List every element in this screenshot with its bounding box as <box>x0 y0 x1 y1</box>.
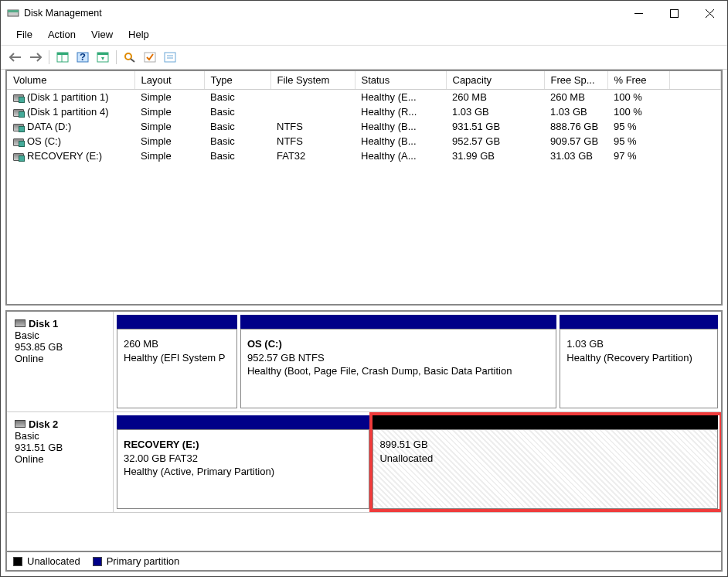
partition[interactable]: RECOVERY (E:)32.00 GB FAT32Healthy (Acti… <box>117 415 369 509</box>
partition-body: OS (C:)952.57 GB NTFSHealthy (Boot, Page… <box>240 329 556 408</box>
menu-action[interactable]: Action <box>42 27 82 42</box>
partition-title: RECOVERY (E:) <box>124 438 362 452</box>
legend-swatch-unallocated <box>13 557 22 566</box>
svg-rect-3 <box>670 9 678 17</box>
menubar: File Action View Help <box>1 26 727 45</box>
partition-line2: Unallocated <box>379 452 711 466</box>
column-header[interactable]: % Free <box>607 71 669 90</box>
disk-row: Disk 2Basic931.51 GBOnlineRECOVERY (E:)3… <box>7 412 721 513</box>
disk-info[interactable]: Disk 1Basic953.85 GBOnline <box>7 312 114 411</box>
legend-label-primary: Primary partition <box>107 555 180 567</box>
action-list-button[interactable] <box>141 49 158 66</box>
column-header[interactable]: Capacity <box>446 71 544 90</box>
partition-line1: 952.57 GB NTFS <box>247 351 549 365</box>
partition-title: OS (C:) <box>247 337 549 351</box>
disk-label: Disk 2 <box>29 418 58 430</box>
column-header[interactable]: Status <box>355 71 446 90</box>
partition-body: 1.03 GBHealthy (Recovery Partition) <box>560 329 718 408</box>
partition-line2: Healthy (Active, Primary Partition) <box>124 465 362 479</box>
titlebar[interactable]: Disk Management <box>1 1 727 26</box>
disk-state: Online <box>15 453 105 465</box>
volume-icon <box>13 138 24 146</box>
menu-file[interactable]: File <box>10 27 39 42</box>
maximize-button[interactable] <box>656 1 692 26</box>
volume-row[interactable]: (Disk 1 partition 1)SimpleBasicHealthy (… <box>7 90 721 105</box>
disk-label: Disk 1 <box>29 318 58 329</box>
volume-icon <box>13 153 24 161</box>
partition-header <box>117 415 369 429</box>
legend: Unallocated Primary partition <box>5 552 723 572</box>
volume-row[interactable]: (Disk 1 partition 4)SimpleBasicHealthy (… <box>7 104 721 119</box>
svg-text:?: ? <box>80 52 86 63</box>
show-hide-button[interactable] <box>54 49 71 66</box>
volume-icon <box>13 94 24 102</box>
forward-button[interactable] <box>27 49 44 66</box>
partition[interactable]: 260 MBHealthy (EFI System P <box>117 315 237 408</box>
partition[interactable]: 1.03 GBHealthy (Recovery Partition) <box>560 315 718 408</box>
disk-state: Online <box>15 353 105 364</box>
svg-line-15 <box>131 59 134 62</box>
disk-icon <box>15 420 26 428</box>
disk-type: Basic <box>15 329 105 341</box>
close-button[interactable] <box>692 1 727 26</box>
toolbar: ? <box>1 45 727 70</box>
partition-line1: 899.51 GB <box>379 438 711 452</box>
refresh-button[interactable] <box>121 49 138 66</box>
svg-point-14 <box>125 53 131 60</box>
disk-size: 953.85 GB <box>15 341 105 353</box>
column-header[interactable]: Layout <box>134 71 204 90</box>
column-header[interactable]: Type <box>204 71 270 90</box>
volume-row[interactable]: RECOVERY (E:)SimpleBasicFAT32Healthy (A.… <box>7 149 721 163</box>
legend-label-unallocated: Unallocated <box>27 555 80 567</box>
partition-line2: Healthy (EFI System P <box>124 351 230 365</box>
volume-icon <box>13 124 24 131</box>
disk-graph: Disk 1Basic953.85 GBOnline260 MBHealthy … <box>5 310 723 552</box>
partition-header <box>240 315 556 329</box>
svg-marker-13 <box>101 57 104 60</box>
settings-button[interactable] <box>94 49 111 66</box>
menu-view[interactable]: View <box>85 27 119 42</box>
svg-rect-12 <box>97 53 108 55</box>
app-icon <box>7 7 19 19</box>
menu-help[interactable]: Help <box>122 27 155 42</box>
volume-table[interactable]: VolumeLayoutTypeFile SystemStatusCapacit… <box>5 70 723 306</box>
partition-line2: Healthy (Recovery Partition) <box>566 351 711 365</box>
help-button[interactable]: ? <box>74 49 91 66</box>
legend-swatch-primary <box>93 557 102 566</box>
partition-body: RECOVERY (E:)32.00 GB FAT32Healthy (Acti… <box>117 429 369 509</box>
disk-row: Disk 1Basic953.85 GBOnline260 MBHealthy … <box>7 312 721 412</box>
minimize-button[interactable] <box>621 1 656 26</box>
properties-button[interactable] <box>162 49 179 66</box>
volume-row[interactable]: OS (C:)SimpleBasicNTFSHealthy (B...952.5… <box>7 134 721 149</box>
back-button[interactable] <box>7 49 24 66</box>
volume-row[interactable]: DATA (D:)SimpleBasicNTFSHealthy (B...931… <box>7 119 721 134</box>
partition-header <box>560 315 718 329</box>
svg-rect-1 <box>8 10 19 12</box>
partition-line1: 260 MB <box>124 337 230 351</box>
partition[interactable]: OS (C:)952.57 GB NTFSHealthy (Boot, Page… <box>240 315 556 408</box>
partition[interactable]: 899.51 GBUnallocated <box>373 415 718 509</box>
partition-header <box>373 415 718 429</box>
volume-icon <box>13 109 24 117</box>
partition-line1: 1.03 GB <box>566 337 711 351</box>
disk-type: Basic <box>15 430 105 442</box>
svg-rect-7 <box>57 53 68 55</box>
partition-line1: 32.00 GB FAT32 <box>124 452 362 466</box>
partition-body: 260 MBHealthy (EFI System P <box>117 329 237 408</box>
partition-body: 899.51 GBUnallocated <box>373 429 718 509</box>
column-header[interactable]: Free Sp... <box>544 71 607 90</box>
column-header[interactable]: File System <box>270 71 355 90</box>
svg-rect-17 <box>165 53 175 62</box>
disk-info[interactable]: Disk 2Basic931.51 GBOnline <box>7 412 114 512</box>
partition-header <box>117 315 237 329</box>
column-header[interactable]: Volume <box>7 71 134 90</box>
partition-line2: Healthy (Boot, Page File, Crash Dump, Ba… <box>247 364 549 378</box>
disk-icon <box>15 319 26 327</box>
disk-size: 931.51 GB <box>15 442 105 453</box>
window-title: Disk Management <box>24 8 102 19</box>
